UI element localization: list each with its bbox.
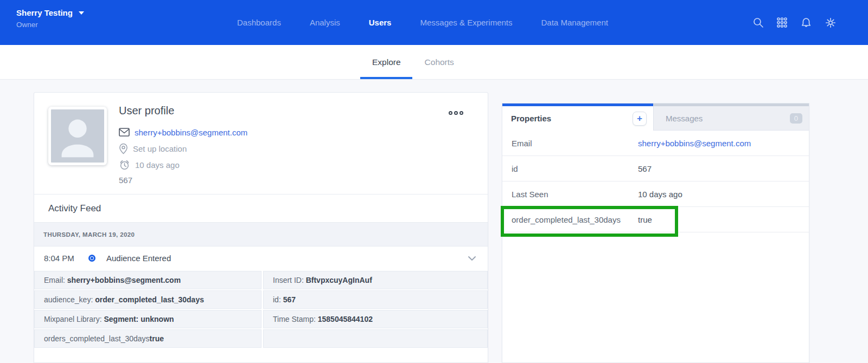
event-property-cell: Mixpanel Library: Segment: unknown [34, 310, 261, 328]
event-row-audience-entered[interactable]: 8:04 PM Audience Entered [34, 247, 488, 270]
more-options-button[interactable] [447, 109, 465, 116]
search-icon[interactable] [752, 17, 764, 28]
profile-header: User profile sherry+bobbins@segment.com … [34, 93, 488, 195]
subnav-bar: Explore Cohorts [0, 45, 868, 80]
event-properties-table: Email: sherry+bobbins@segment.com Insert… [34, 270, 488, 348]
top-header-bar: Sherry Testing Owner Dashboards Analysis… [0, 0, 868, 45]
tab-messages-label: Messages [666, 114, 703, 123]
app-window: Sherry Testing Owner Dashboards Analysis… [0, 0, 868, 363]
header-icon-group [752, 0, 837, 45]
tab-messages[interactable]: Messages 0 [653, 103, 809, 131]
user-profile-card: User profile sherry+bobbins@segment.com … [34, 92, 488, 363]
event-name: Audience Entered [106, 254, 171, 263]
activity-feed-title: Activity Feed [34, 195, 488, 222]
event-property-cell: Insert ID: BftvpxcuyAgInAuf [263, 271, 488, 289]
active-tab-indicator [360, 77, 412, 79]
location-pin-icon [119, 143, 128, 154]
tab-properties-label: Properties [511, 114, 551, 123]
profile-email-link[interactable]: sherry+bobbins@segment.com [135, 128, 247, 137]
tab-explore-label: Explore [372, 57, 401, 67]
envelope-icon [119, 128, 130, 137]
tab-cohorts-label: Cohorts [425, 57, 454, 67]
chevron-down-icon[interactable] [468, 256, 476, 261]
properties-card: Properties + Messages 0 Email sherry+bob… [502, 103, 809, 363]
event-property-cell: Email: sherry+bobbins@segment.com [34, 271, 261, 289]
main-nav: Dashboards Analysis Users Messages & Exp… [237, 0, 608, 45]
event-property-cell: id: 567 [263, 290, 488, 309]
workspace-switcher[interactable]: Sherry Testing Owner [16, 8, 84, 29]
user-id-text: 567 [119, 176, 247, 185]
apps-grid-icon[interactable] [776, 17, 788, 28]
property-row-order-completed: order_completed_last_30days true [502, 207, 809, 232]
nav-item-users[interactable]: Users [369, 18, 392, 27]
clock-icon [119, 159, 130, 171]
event-time: 8:04 PM [44, 254, 88, 263]
settings-icon[interactable] [825, 17, 837, 29]
event-property-cell: orders_completed_last_30daystrue [34, 329, 261, 348]
property-row-last-seen: Last Seen 10 days ago [502, 182, 809, 207]
audience-entered-icon [88, 255, 95, 262]
nav-item-messages-experiments[interactable]: Messages & Experiments [420, 18, 512, 27]
property-row-email: Email sherry+bobbins@segment.com [502, 131, 809, 156]
event-property-cell: audience_key: order_completed_last_30day… [34, 290, 261, 309]
properties-card-tabs: Properties + Messages 0 [502, 103, 809, 131]
property-key: id [512, 164, 638, 173]
property-value: 10 days ago [638, 190, 682, 199]
nav-item-dashboards[interactable]: Dashboards [237, 18, 281, 27]
workspace-name: Sherry Testing [16, 8, 73, 17]
event-property-cell: Time Stamp: 1585045844102 [263, 310, 488, 328]
tab-explore[interactable]: Explore [372, 45, 401, 79]
profile-title: User profile [119, 105, 247, 117]
activity-date-header: THURSDAY, MARCH 19, 2020 [34, 222, 488, 247]
last-seen-text: 10 days ago [135, 160, 180, 170]
more-options-icon [449, 111, 452, 115]
caret-down-icon [79, 11, 84, 15]
person-silhouette-icon [51, 109, 104, 163]
tab-cohorts[interactable]: Cohorts [425, 45, 454, 79]
workspace-role: Owner [16, 21, 84, 29]
messages-count-badge: 0 [790, 113, 802, 124]
subnav-tabs: Explore Cohorts [372, 45, 454, 79]
nav-item-analysis[interactable]: Analysis [310, 18, 340, 27]
nav-item-data-management[interactable]: Data Management [541, 18, 608, 27]
setup-location-link[interactable]: Set up location [133, 144, 187, 153]
property-value: 567 [638, 164, 652, 173]
notifications-icon[interactable] [800, 17, 812, 29]
avatar [48, 107, 107, 165]
property-value: true [638, 215, 652, 224]
property-key: Last Seen [512, 190, 638, 199]
tab-properties[interactable]: Properties + [502, 103, 653, 131]
property-row-id: id 567 [502, 156, 809, 182]
property-value-email-link[interactable]: sherry+bobbins@segment.com [638, 139, 751, 148]
event-property-cell [263, 329, 488, 348]
property-key: Email [512, 139, 638, 148]
add-property-button[interactable]: + [633, 112, 647, 126]
property-key: order_completed_last_30days [512, 215, 638, 224]
